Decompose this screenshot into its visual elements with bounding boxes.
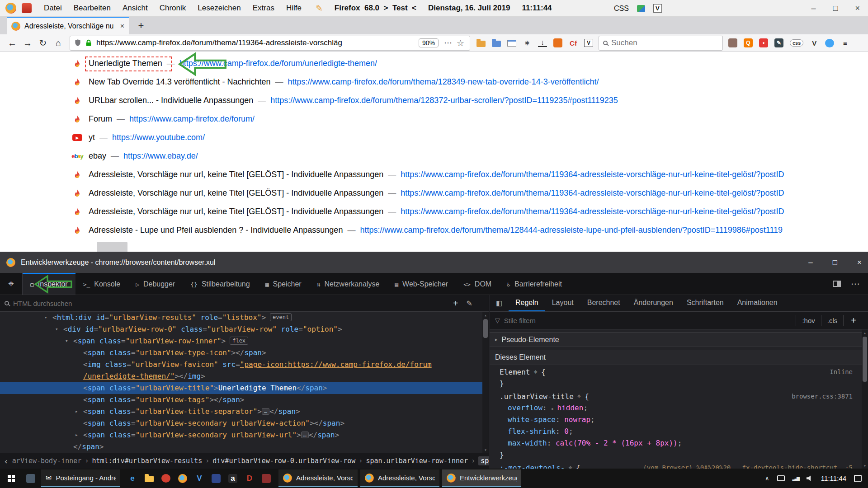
taskbar-firefox-icon[interactable] xyxy=(178,474,187,483)
result-url[interactable]: https://www.youtube.com/ xyxy=(112,133,205,142)
breadcrumb-item[interactable]: span.urlbarView-row-inner xyxy=(366,457,468,465)
taskbar-window-button-2[interactable]: Adressleiste, Vorschlä... xyxy=(360,469,439,487)
css-declaration[interactable]: white-space: nowrap; xyxy=(490,414,868,426)
eyedropper-icon[interactable]: ✎ xyxy=(467,299,472,308)
sidebar-tab-layout[interactable]: Layout xyxy=(545,295,580,311)
expand-arrow-icon[interactable]: ▸ xyxy=(75,429,78,441)
menu-lesezeichen[interactable]: Lesezeichen xyxy=(192,0,246,16)
extension-blue-icon[interactable] xyxy=(825,39,834,47)
lock-icon[interactable] xyxy=(85,39,93,47)
urlbar-result-row[interactable]: ▶yt—https://www.youtube.com/ xyxy=(0,128,868,147)
taskbar-app-icon-1[interactable] xyxy=(26,474,35,483)
browser-tab[interactable]: Adressleiste, Vorschläge nu × xyxy=(7,17,129,34)
taskbar-app-darkred-icon[interactable] xyxy=(262,474,271,483)
bookmarks-list-icon[interactable] xyxy=(507,40,516,47)
menu-hamburger-icon[interactable]: ≡ xyxy=(840,38,849,47)
breadcrumb-item[interactable]: div#urlbarView-row-0.urlbarView-row xyxy=(212,457,355,465)
maximize-button[interactable]: □ xyxy=(833,4,838,13)
action-center-icon[interactable] xyxy=(854,475,862,482)
toggle-class-button[interactable]: .cls xyxy=(821,315,844,326)
breadcrumb-item[interactable]: sp xyxy=(478,456,489,465)
close-button[interactable]: × xyxy=(855,4,860,13)
devtools-tab-stilbearbeitung[interactable]: {}Stilbearbeitung xyxy=(183,273,257,295)
extension-css-icon[interactable]: css xyxy=(790,39,803,47)
collapsed-ellipsis-badge[interactable]: … xyxy=(301,432,309,438)
taskbar-app-v-icon[interactable]: V xyxy=(195,474,204,483)
devtools-tab-web-speicher[interactable]: ▤Web-Speicher xyxy=(387,273,456,295)
page-actions-icon[interactable]: ⋯ xyxy=(444,38,452,48)
sidebar-tab-änderungen[interactable]: Änderungen xyxy=(627,295,680,311)
rule-source-link[interactable]: browser.css:3871 xyxy=(783,393,853,400)
menu-datei[interactable]: Datei xyxy=(38,0,68,16)
expand-arrow-icon[interactable]: ▸ xyxy=(75,406,78,418)
new-tab-button[interactable]: + xyxy=(134,19,148,33)
markup-line[interactable]: ▾<span class="urlbarView-row-inner">flex xyxy=(0,335,489,347)
selector-highlighter-icon[interactable]: ⌖ xyxy=(533,368,537,376)
taskbar-app-d-icon[interactable]: D xyxy=(245,474,254,483)
devtools-tab-speicher[interactable]: ▦Speicher xyxy=(258,273,309,295)
result-url[interactable]: https://www.camp-firefox.de/forum/thema/… xyxy=(360,225,783,235)
library-folder-icon[interactable] xyxy=(476,41,486,47)
menu-bearbeiten[interactable]: Bearbeiten xyxy=(68,0,117,16)
result-url[interactable]: https://www.camp-firefox.de/forum/thema/… xyxy=(401,188,784,198)
markup-line[interactable]: ▾<div id="urlbarView-row-0" class="urlba… xyxy=(0,324,489,335)
selector-highlighter-icon[interactable]: ⌖ xyxy=(569,464,572,469)
rule-header[interactable]: .urlbarView-title⌖{browser.css:3871 xyxy=(490,390,868,402)
urlbar-result-row[interactable]: URLbar scrollen... - Individuelle Anpass… xyxy=(0,91,868,110)
devtools-tab-debugger[interactable]: ▷Debugger xyxy=(128,273,183,295)
markup-line[interactable]: /unerledigte-themen/"></img> xyxy=(0,371,489,382)
extension-red-icon[interactable]: • xyxy=(759,38,768,47)
urlbar-result-row[interactable]: Adressleiste, Vorschläge nur url, keine … xyxy=(0,202,868,221)
minimize-button[interactable]: – xyxy=(811,4,816,13)
urlbar-result-row[interactable]: New Tab Override 14.3 veröffentlicht - N… xyxy=(0,73,868,91)
meatball-menu-icon[interactable]: ⋯ xyxy=(851,278,860,289)
zoom-badge[interactable]: 90% xyxy=(419,38,439,47)
expand-arrow-icon[interactable]: ▾ xyxy=(65,335,68,347)
rules-scrollbar[interactable]: ▴ ▾ xyxy=(862,329,868,469)
sidebar-toggle-icon[interactable]: ◧ xyxy=(490,295,509,311)
markup-line[interactable]: <span class="urlbarView-tags"></span> xyxy=(0,394,489,406)
sidebar-tab-schriftarten[interactable]: Schriftarten xyxy=(680,295,731,311)
extension-orange-icon[interactable] xyxy=(553,38,562,47)
css-declaration[interactable]: overflow: ▸ hidden; xyxy=(490,402,868,414)
taskbar-explorer-icon[interactable] xyxy=(145,476,154,482)
taskbar-clock[interactable]: 11:11:44 xyxy=(821,474,846,482)
back-button[interactable]: ← xyxy=(5,35,20,51)
devtools-maximize-button[interactable]: □ xyxy=(833,258,837,267)
markup-search-input[interactable] xyxy=(13,300,453,307)
menu-chronik[interactable]: Chronik xyxy=(154,0,192,16)
sidebar-tab-regeln[interactable]: Regeln xyxy=(509,295,545,311)
extension-pencil-icon[interactable]: ✎ xyxy=(774,38,783,47)
urlbar-result-row[interactable]: Forum—https://www.camp-firefox.de/forum/ xyxy=(0,110,868,128)
markup-badge[interactable]: event xyxy=(270,313,292,321)
app-icon-red[interactable] xyxy=(22,3,32,13)
tray-display-icon[interactable] xyxy=(777,475,785,481)
forward-button[interactable]: → xyxy=(20,35,35,51)
rule-header[interactable]: :-moz-devtools-⌖{(vom Browser) %0A%20%20… xyxy=(490,462,868,469)
toggle-hover-button[interactable]: :hov xyxy=(796,315,821,326)
urlbar-result-row[interactable]: Adressleiste - Lupe und Pfeil ausblenden… xyxy=(0,221,868,239)
result-url[interactable]: https://www.ebay.de/ xyxy=(123,151,198,161)
urlbar-result-row[interactable]: ebayebay—https://www.ebay.de/ xyxy=(0,147,868,165)
url-input[interactable] xyxy=(96,38,416,47)
add-rule-button[interactable]: + xyxy=(843,315,863,326)
pseudo-elements-header[interactable]: ▸ Pseudo-Elemente xyxy=(490,332,868,347)
taskbar-app-red-icon[interactable] xyxy=(161,474,170,483)
taskbar-app-blue-icon[interactable] xyxy=(212,474,221,483)
menu-ansicht[interactable]: Ansicht xyxy=(117,0,154,16)
extension-v-icon[interactable]: V xyxy=(584,39,593,47)
rule-source-link[interactable]: Inline xyxy=(821,368,853,375)
devtools-titlebar[interactable]: Entwicklerwerkzeuge - chrome://browser/c… xyxy=(0,252,868,273)
green-squares-icon[interactable] xyxy=(637,5,645,12)
result-url[interactable]: https://www.camp-firefox.de/forum/thema/… xyxy=(288,77,599,87)
taskbar-edge-icon[interactable]: e xyxy=(128,474,137,483)
tray-volume-icon[interactable] xyxy=(807,475,813,482)
search-input[interactable] xyxy=(611,38,718,47)
dock-options-icon[interactable] xyxy=(833,281,841,287)
taskbar-app-dark-icon[interactable]: a xyxy=(228,474,237,483)
rule-header[interactable]: Element⌖{Inline xyxy=(490,366,868,378)
devtools-close-button[interactable]: × xyxy=(857,258,862,267)
reload-button[interactable]: ↻ xyxy=(35,35,51,51)
rule-selector[interactable]: :-moz-devtools- xyxy=(500,464,565,469)
result-url[interactable]: https://www.camp-firefox.de/forum/thema/… xyxy=(401,207,784,216)
